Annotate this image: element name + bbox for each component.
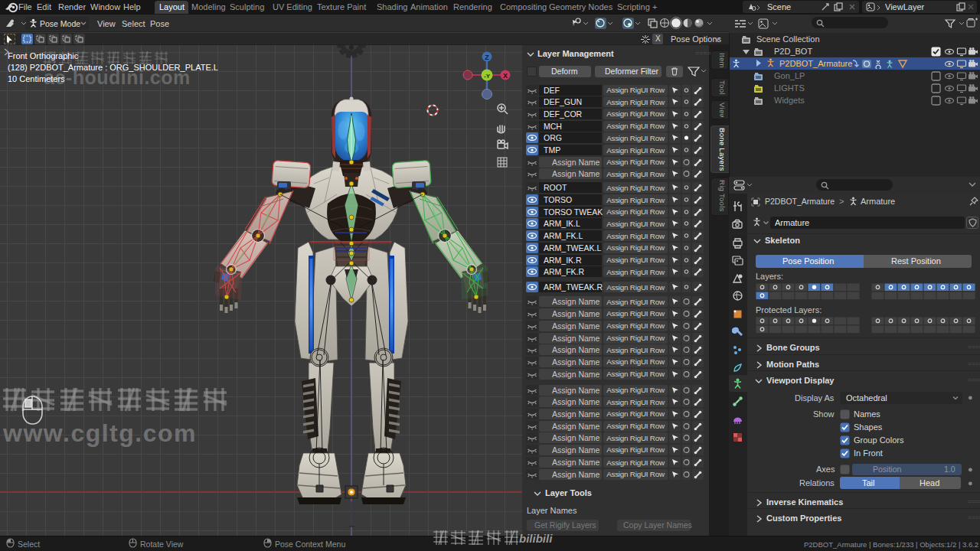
svg-text:X: X: [503, 72, 508, 80]
svg-text:(128) P2DBOT_Armature : ORG_SH: (128) P2DBOT_Armature : ORG_SHOULDER_PLA…: [8, 63, 218, 72]
svg-text:10 Centimeters: 10 Centimeters: [8, 74, 65, 83]
svg-text:Front Orthographic: Front Orthographic: [8, 51, 79, 60]
svg-text:Z: Z: [485, 54, 489, 61]
svg-text:-Y: -Y: [484, 73, 491, 80]
svg-text:bilibili: bilibili: [519, 532, 553, 545]
